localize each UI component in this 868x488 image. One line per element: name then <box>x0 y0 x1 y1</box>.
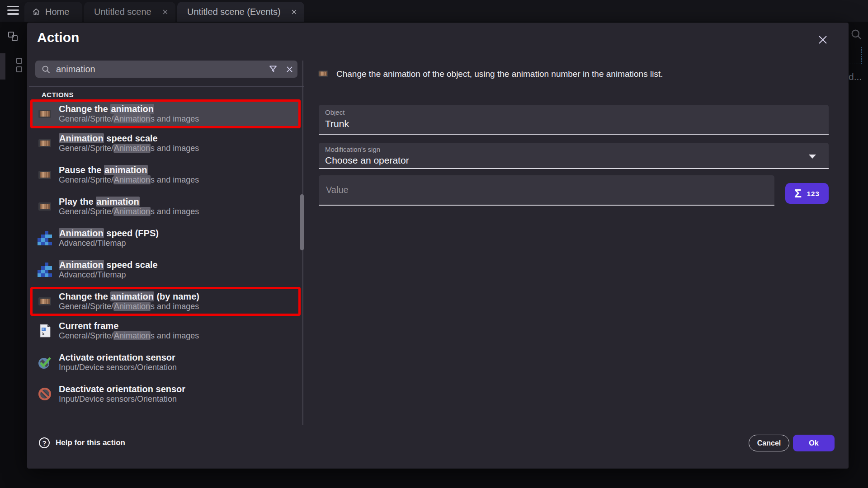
ok-button[interactable]: Ok <box>793 435 835 451</box>
action-item-path: General/Sprite/Animations and images <box>59 114 199 123</box>
sprite-animation-icon <box>37 136 52 151</box>
action-item-title: Change the animation <box>59 104 154 114</box>
help-link[interactable]: ? Help for this action <box>39 437 125 448</box>
action-item-title: Current frame <box>59 321 118 331</box>
action-item-path: General/Sprite/Animations and images <box>59 144 199 153</box>
operator-select[interactable]: Modification's sign Choose an operator <box>319 143 829 169</box>
action-item-path: General/Sprite/Animations and images <box>59 207 199 216</box>
home-icon <box>32 7 41 16</box>
orientation-off-icon <box>37 386 52 402</box>
tab-label: Untitled scene (Events) <box>187 7 281 17</box>
tab-untitled-scene-events[interactable]: Untitled scene (Events) <box>177 2 304 22</box>
expression-123-label: 123 <box>807 190 820 197</box>
background-objects-icon <box>16 58 22 75</box>
tilemap-icon <box>37 230 52 246</box>
action-list-item[interactable]: Deactivate orientation sensor Input/Devi… <box>33 380 298 408</box>
action-item-title: Animation speed scale <box>59 260 158 270</box>
sigma-icon: Σ <box>794 188 802 199</box>
action-list-item[interactable]: Change the animation General/Sprite/Anim… <box>30 99 301 128</box>
close-icon[interactable] <box>816 33 830 47</box>
tab-label: Untitled scene <box>94 7 151 17</box>
action-item-path: General/Sprite/Animations and images <box>59 175 199 184</box>
action-item-path: General/Sprite/Animations and images <box>59 331 199 340</box>
help-label: Help for this action <box>56 438 125 447</box>
search-input[interactable] <box>56 64 265 75</box>
sprite-animation-icon <box>317 68 329 80</box>
action-item-path: General/Sprite/Animations and images <box>59 302 199 311</box>
value-input[interactable] <box>326 175 760 205</box>
layout-grid-icon <box>8 32 19 42</box>
tab-bar: Home Untitled scene Untitled scene (Even… <box>0 0 868 22</box>
orientation-on-icon <box>37 355 52 370</box>
action-item-title: Play the animation <box>59 197 140 206</box>
tilemap-icon <box>37 262 52 277</box>
cancel-button[interactable]: Cancel <box>749 435 789 451</box>
value-field[interactable] <box>319 175 774 206</box>
selection-dashed-line <box>861 47 862 64</box>
sprite-animation-icon <box>37 106 52 122</box>
clipped-background-text: d... <box>849 71 862 82</box>
tab-label: Home <box>45 7 69 17</box>
action-search-bar <box>35 61 297 78</box>
tab-untitled-scene[interactable]: Untitled scene <box>84 2 175 22</box>
actions-section-label: ACTIONS <box>42 91 74 99</box>
sprite-animation-icon <box>37 167 52 183</box>
action-list-item[interactable]: Play the animation General/Sprite/Animat… <box>33 192 298 221</box>
chevron-down-icon <box>809 155 816 159</box>
action-item-title: Pause the animation <box>59 165 148 175</box>
action-list-item[interactable]: Animation speed scale Advanced/Tilemap <box>33 255 298 284</box>
action-item-title: Activate orientation sensor <box>59 352 175 362</box>
action-list-item[interactable]: Pause the animation General/Sprite/Anima… <box>33 160 298 189</box>
action-item-title: Deactivate orientation sensor <box>59 384 185 394</box>
action-item-path: Advanced/Tilemap <box>59 239 126 248</box>
action-item-title: Animation speed scale <box>59 133 158 143</box>
operator-select-label: Modification's sign <box>325 145 380 153</box>
sprite-animation-icon <box>37 294 52 309</box>
action-item-path: Advanced/Tilemap <box>59 270 126 279</box>
action-description: Change the animation of the object, usin… <box>336 69 829 79</box>
search-icon <box>41 65 51 74</box>
search-icon <box>850 28 863 42</box>
action-dialog: Action ACTIONS Change the animation Gene… <box>27 23 849 469</box>
list-scrollbar-thumb[interactable] <box>300 194 304 250</box>
tab-close-icon[interactable] <box>289 7 299 17</box>
expression-editor-button[interactable]: Σ 123 <box>785 183 829 204</box>
tab-close-icon[interactable] <box>160 7 170 17</box>
help-icon: ? <box>39 437 50 448</box>
gdevelop-editor: Home Untitled scene Untitled scene (Even… <box>0 0 868 488</box>
sprite-animation-icon <box>37 199 52 214</box>
hamburger-menu-icon[interactable] <box>7 6 20 16</box>
action-list-item[interactable]: Current frame General/Sprite/Animations … <box>33 316 298 345</box>
action-list-item[interactable]: Activate orientation sensor Input/Device… <box>33 348 298 377</box>
sprite-frame-icon <box>37 323 52 338</box>
action-item-title: Animation speed (FPS) <box>59 228 159 238</box>
action-list-item[interactable]: Change the animation (by name) General/S… <box>30 287 301 316</box>
dialog-title: Action <box>37 30 79 45</box>
action-item-path: Input/Device sensors/Orientation <box>59 363 177 372</box>
action-item-title: Change the animation (by name) <box>59 291 199 301</box>
operator-select-value: Choose an operator <box>325 155 409 166</box>
background-panel-fragment <box>0 53 5 80</box>
object-field-value: Trunk <box>325 118 349 129</box>
action-item-path: Input/Device sensors/Orientation <box>59 394 177 404</box>
object-field-label: Object <box>325 108 344 116</box>
clear-search-icon[interactable] <box>281 61 297 78</box>
action-list: Change the animation General/Sprite/Anim… <box>33 99 298 411</box>
filter-icon[interactable] <box>265 61 281 78</box>
divider <box>29 86 304 87</box>
selection-dashed-line <box>849 64 862 64</box>
action-list-item[interactable]: Animation speed scale General/Sprite/Ani… <box>33 129 298 158</box>
object-field[interactable]: Object Trunk <box>319 105 829 135</box>
tab-home[interactable]: Home <box>24 2 82 22</box>
action-list-item[interactable]: Animation speed (FPS) Advanced/Tilemap <box>33 224 298 253</box>
